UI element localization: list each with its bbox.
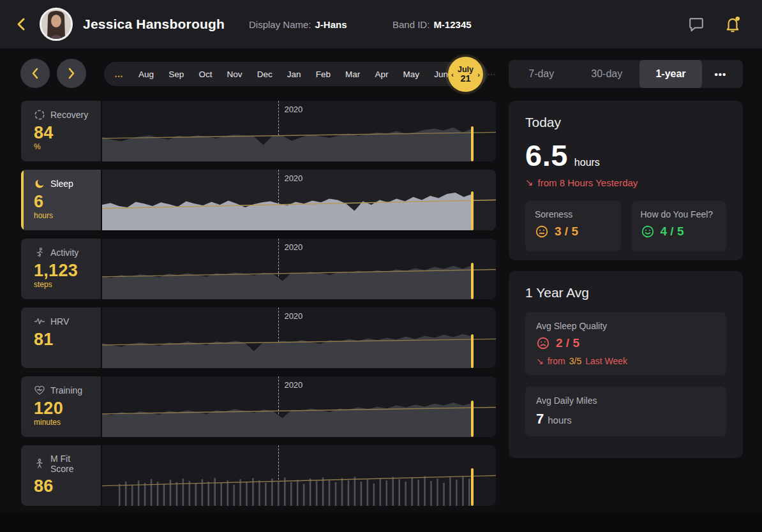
tab-30-day[interactable]: 30-day xyxy=(574,60,640,88)
month-jun[interactable]: Jun xyxy=(434,70,448,79)
moon-icon xyxy=(34,178,45,189)
sleep-sparkline: 2020 xyxy=(102,170,496,230)
metric-label-panel: Recovery 84 % xyxy=(21,101,101,161)
runner-icon xyxy=(34,247,45,258)
month-nov[interactable]: Nov xyxy=(227,70,243,79)
down-right-arrow-icon: ↘ xyxy=(525,177,534,188)
display-name-value: J-Hans xyxy=(315,19,347,30)
feel-score: 4 / 5 xyxy=(661,225,684,239)
today-title: Today xyxy=(525,115,726,130)
metric-value: 81 xyxy=(34,330,96,348)
face-frown-icon xyxy=(536,336,550,350)
today-value: 6.5 xyxy=(525,138,568,173)
summary-panel: Today 6.5 hours ↘ from 8 Hours Yesterday… xyxy=(509,101,743,458)
year-label: 2020 xyxy=(284,380,303,390)
current-day-marker xyxy=(471,401,474,437)
delta-highlight: 3/5 xyxy=(569,356,581,366)
metric-card-activity[interactable]: Activity 1,123 steps 2020 xyxy=(21,239,496,299)
avatar[interactable] xyxy=(40,8,73,41)
avg-sleep-quality-score: 2 / 5 xyxy=(556,336,579,350)
avg-sleep-quality-label: Avg Sleep Quality xyxy=(536,321,715,331)
tab-1-year[interactable]: 1-year xyxy=(639,60,702,88)
avg-daily-miles-label: Avg Daily Miles xyxy=(536,395,715,406)
metric-label-panel: Sleep 6 hours xyxy=(21,170,101,230)
month-timeline: … Aug Sep Oct Nov Dec Jan Feb Mar Apr Ma… xyxy=(104,62,488,86)
metric-value: 1,123 xyxy=(34,262,96,279)
year-label: 2020 xyxy=(284,242,303,252)
mfit-score-sparkline xyxy=(102,445,496,506)
bottom-strip xyxy=(0,512,762,532)
month-may[interactable]: May xyxy=(403,70,420,79)
metric-label: Sleep xyxy=(50,179,73,189)
metric-card-sleep[interactable]: Sleep 6 hours 2020 xyxy=(21,170,496,230)
metric-card-mfit-score[interactable]: M Fit Score 86 xyxy=(21,445,496,506)
range-tab-bar: 7-day 30-day 1-year ••• xyxy=(509,60,743,88)
month-aug[interactable]: Aug xyxy=(138,70,154,79)
metric-label: Training xyxy=(50,385,82,395)
year-label: 2020 xyxy=(284,311,303,321)
face-smile-icon xyxy=(641,225,655,239)
back-button[interactable] xyxy=(11,15,31,34)
month-jan[interactable]: Jan xyxy=(287,70,301,79)
timeline-overflow-left[interactable]: … xyxy=(114,69,124,79)
timeline-prev-button[interactable] xyxy=(20,59,50,88)
chat-button[interactable] xyxy=(688,14,708,34)
tab-7-day[interactable]: 7-day xyxy=(509,60,574,88)
chevron-left-icon xyxy=(16,17,26,31)
metric-value: 86 xyxy=(34,477,96,495)
month-sep[interactable]: Sep xyxy=(168,70,184,79)
metric-label: HRV xyxy=(50,316,69,327)
today-delta: ↘ from 8 Hours Yesterday xyxy=(525,177,726,188)
metric-card-training[interactable]: Training 120 minutes 2020 xyxy=(21,376,496,437)
feel-label: How do You Feel? xyxy=(641,209,717,219)
user-name: Jessica Hansborough xyxy=(83,17,225,32)
training-sparkline: 2020 xyxy=(102,376,496,437)
metric-list: Recovery 84 % 2020 Sleep 6 xyxy=(21,101,496,514)
notifications-button[interactable] xyxy=(724,14,744,34)
soreness-card: Soreness 3 / 5 xyxy=(525,201,621,251)
month-apr[interactable]: Apr xyxy=(375,70,388,79)
metric-label-panel: M Fit Score 86 xyxy=(21,445,101,506)
chevron-left-icon xyxy=(31,68,39,79)
timeline-overflow-right: … xyxy=(487,67,497,77)
band-id-field: Band ID: M-12345 xyxy=(392,0,472,48)
year-avg-title: 1 Year Avg xyxy=(525,285,726,300)
month-feb[interactable]: Feb xyxy=(316,70,331,79)
selected-day: 21 xyxy=(460,74,470,84)
soreness-score: 3 / 5 xyxy=(555,225,578,239)
soreness-label: Soreness xyxy=(535,209,611,219)
today-unit: hours xyxy=(574,157,600,168)
header: Jessica Hansborough Display Name: J-Hans… xyxy=(0,0,762,48)
range-more-button[interactable]: ••• xyxy=(702,69,739,80)
day-next-icon[interactable]: › xyxy=(477,71,480,78)
selected-day-badge[interactable]: ‹ July 21 › xyxy=(448,57,483,92)
metric-label-panel: Activity 1,123 steps xyxy=(21,239,101,299)
recovery-icon xyxy=(34,109,45,121)
current-day-marker xyxy=(471,468,474,506)
year-avg-card: 1 Year Avg Avg Sleep Quality 2 / 5 ↘ fro… xyxy=(509,271,743,458)
metric-label: M Fit Score xyxy=(50,454,96,474)
current-day-marker xyxy=(471,126,474,161)
current-day-marker xyxy=(471,191,474,230)
feel-card: How do You Feel? 4 / 5 xyxy=(631,201,727,251)
face-neutral-icon xyxy=(535,225,549,239)
month-mar[interactable]: Mar xyxy=(345,70,360,79)
metric-label: Recovery xyxy=(50,110,88,120)
delta-prefix: from xyxy=(548,356,565,366)
down-right-arrow-icon: ↘ xyxy=(536,356,544,366)
metric-value: 84 xyxy=(34,124,96,142)
metric-card-recovery[interactable]: Recovery 84 % 2020 xyxy=(21,101,496,161)
band-id-label: Band ID: xyxy=(392,19,430,30)
metric-value: 6 xyxy=(34,193,96,211)
current-day-marker xyxy=(471,334,474,368)
heart-pulse-icon xyxy=(34,385,45,396)
month-oct[interactable]: Oct xyxy=(198,70,212,79)
timeline-next-button[interactable] xyxy=(57,59,86,88)
current-day-marker xyxy=(471,263,474,299)
band-id-value: M-12345 xyxy=(433,19,471,30)
day-prev-icon[interactable]: ‹ xyxy=(451,71,454,78)
recovery-sparkline: 2020 xyxy=(102,101,496,161)
month-dec[interactable]: Dec xyxy=(257,70,273,79)
today-card: Today 6.5 hours ↘ from 8 Hours Yesterday… xyxy=(509,101,743,260)
metric-card-hrv[interactable]: HRV 81 2020 xyxy=(21,307,496,368)
